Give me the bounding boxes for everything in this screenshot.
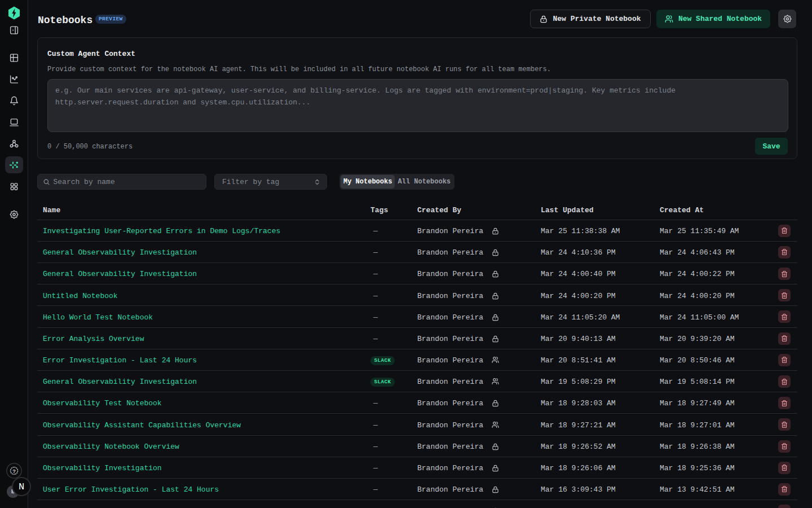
svg-text:?: ?	[12, 468, 16, 475]
